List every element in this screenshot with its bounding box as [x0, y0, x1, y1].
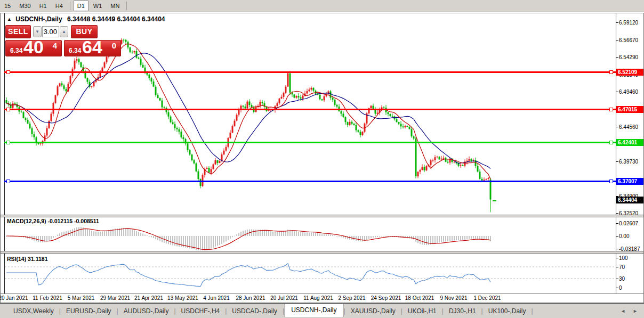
price-tick: 6.59120 — [619, 20, 638, 26]
sell-price-box[interactable]: 6.34 40 4 — [5, 40, 62, 56]
volume-decrease-button[interactable]: ▼ — [33, 26, 42, 37]
sell-price-pip: 4 — [53, 41, 57, 50]
timeframe-button-15[interactable]: 15 — [1, 1, 14, 11]
timeframe-button-d1[interactable]: D1 — [74, 1, 88, 11]
tab-separator: | — [117, 307, 118, 315]
tab-scroll-left-icon[interactable]: ◄ — [621, 308, 625, 314]
line-anchor[interactable] — [6, 141, 10, 144]
horizontal-line-6.37007[interactable] — [4, 181, 616, 182]
buy-price-box[interactable]: 6.34 64 0 — [64, 40, 121, 56]
volume-increase-button[interactable]: ▲ — [60, 26, 68, 37]
price-tick: 6.56670 — [619, 37, 638, 43]
tab-separator: | — [531, 307, 533, 315]
chart-tab-uk100-daily[interactable]: UK100-,Daily — [484, 305, 531, 317]
current-price-dash — [493, 200, 496, 201]
level-price-badge: 6.37007 — [616, 178, 643, 185]
chart-tab-xauusd-daily[interactable]: XAUUSD-,Daily — [346, 305, 400, 317]
panel-separator-macd[interactable] — [1, 215, 643, 217]
horizontal-line-6.42401[interactable] — [4, 142, 616, 143]
line-anchor[interactable] — [609, 70, 613, 74]
line-anchor[interactable] — [6, 180, 10, 183]
sell-price-prefix: 6.34 — [10, 47, 22, 54]
line-anchor[interactable] — [6, 70, 10, 74]
chart-symbol-period: USDCNH-,Daily — [15, 15, 62, 23]
rsi-tick: 100 — [619, 255, 628, 261]
tab-separator: | — [225, 307, 227, 315]
chart-tab-dj30-h1[interactable]: DJ30-,H1 — [444, 305, 481, 317]
line-anchor[interactable] — [609, 108, 613, 111]
timeframe-button-h4[interactable]: H4 — [52, 1, 67, 11]
tab-separator: | — [481, 307, 483, 315]
price-tick: 6.39730 — [619, 159, 638, 165]
date-label: 11 Aug 2021 — [303, 295, 333, 301]
toolbar-separator — [70, 2, 70, 10]
panel-separator-rsi[interactable] — [1, 251, 643, 254]
chart-tab-usdchf-h4[interactable]: USDCHF-,H4 — [176, 305, 225, 317]
level-price-badge: 6.42401 — [616, 139, 643, 146]
timeframe-button-mn[interactable]: MN — [107, 1, 123, 11]
level-price-badge: 6.52109 — [616, 69, 643, 76]
level-price-badge: 6.47015 — [616, 106, 643, 113]
chart-tab-eurusd-daily[interactable]: EURUSD-,Daily — [61, 305, 116, 317]
chart-tab-usdx-weekly[interactable]: USDX,Weekly — [9, 305, 59, 317]
collapse-triangle-icon[interactable]: ▲ — [7, 17, 12, 22]
chart-title: ▲ USDCNH-,Daily 6.34448 6.34449 6.34404 … — [7, 15, 165, 23]
date-label: 20 Jan 2021 — [0, 295, 28, 301]
horizontal-line-6.47015[interactable] — [4, 109, 616, 110]
date-label: 4 Jun 2021 — [203, 295, 230, 301]
date-label: 2 Sep 2021 — [338, 295, 365, 301]
horizontal-line-6.52109[interactable] — [4, 71, 616, 73]
date-label: 20 Jul 2021 — [270, 295, 298, 301]
tab-separator: | — [59, 307, 61, 315]
price-tick: 6.49460 — [619, 89, 638, 95]
buy-price-main: 64 — [82, 36, 102, 58]
chart-ohlc-values: 6.34448 6.34449 6.34404 6.34404 — [67, 15, 165, 23]
macd-tick: 0.00 — [619, 233, 629, 239]
sell-price-main: 40 — [23, 36, 44, 58]
buy-price-pip: 0 — [112, 41, 116, 50]
date-label: 5 Mar 2021 — [68, 295, 95, 301]
macd-label: MACD(12,26,9) -0.012115 -0.008511 — [7, 218, 99, 224]
price-tick: 6.54290 — [619, 54, 638, 60]
line-anchor[interactable] — [609, 180, 613, 183]
line-anchor[interactable] — [609, 141, 613, 144]
buy-price-prefix: 6.34 — [69, 47, 81, 54]
rsi-tick: 0 — [619, 285, 622, 291]
tab-separator: | — [442, 307, 444, 315]
mt4-terminal: { "toolbar": { "items": [ {"label":"15"}… — [0, 0, 644, 318]
chart-tab-bar: USDX,Weekly|EURUSD-,Daily|AUDUSD-,Daily|… — [0, 304, 644, 318]
rsi-label: RSI(14) 31.1181 — [7, 256, 47, 262]
macd-tick: 0.02607 — [619, 221, 638, 226]
price-tick: 6.44560 — [619, 124, 638, 130]
timeframe-toolbar: 15M30H1H4D1W1MN — [0, 0, 644, 12]
date-label: 13 May 2021 — [167, 295, 198, 301]
date-label: 9 Nov 2021 — [440, 295, 467, 301]
volume-input[interactable] — [42, 26, 59, 37]
chart-tab-usdcnh-daily[interactable]: USDCNH-,Daily — [285, 303, 343, 317]
date-label: 28 Jun 2021 — [236, 295, 265, 301]
rsi-bottom-border — [1, 293, 643, 294]
chart-tab-audusd-daily[interactable]: AUDUSD-,Daily — [119, 305, 174, 317]
line-anchor[interactable] — [6, 108, 10, 111]
tab-separator: | — [283, 307, 284, 315]
tab-separator: | — [401, 307, 402, 315]
current-price-badge: 6.34404 — [616, 197, 643, 203]
tab-scroll-right-icon[interactable]: ► — [633, 308, 638, 314]
toolbar-separator — [126, 2, 127, 10]
timeframe-button-w1[interactable]: W1 — [90, 1, 106, 11]
date-label: 29 Mar 2021 — [100, 295, 130, 301]
rsi-tick: 30 — [619, 276, 625, 282]
chart-tab-ukoil-h1[interactable]: UKOil-,H1 — [403, 305, 441, 317]
date-label: 1 Dec 2021 — [473, 295, 501, 301]
date-label: 18 Oct 2021 — [405, 295, 434, 301]
tab-separator: | — [344, 307, 345, 315]
rsi-tick: 70 — [619, 264, 625, 270]
chart-tab-usdcad-daily[interactable]: USDCAD-,Daily — [227, 305, 282, 317]
date-label: 21 Apr 2021 — [134, 295, 163, 301]
date-label: 24 Sep 2021 — [371, 295, 401, 301]
price-tick: 6.32520 — [619, 210, 638, 216]
date-label: 11 Feb 2021 — [33, 295, 62, 301]
tab-separator: | — [174, 307, 175, 315]
timeframe-button-h1[interactable]: H1 — [36, 1, 51, 11]
timeframe-button-m30[interactable]: M30 — [15, 1, 34, 11]
